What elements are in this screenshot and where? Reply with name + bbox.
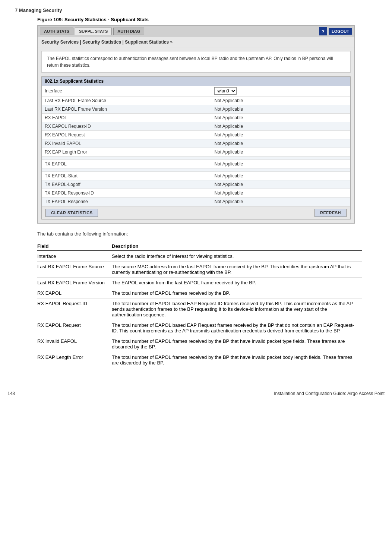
field-cell: RX EAP Length Error xyxy=(42,148,211,157)
field-cell: TX EAPOL Response-ID xyxy=(42,189,211,198)
field-cell: TX EAPOL Response xyxy=(42,198,211,206)
desc-row: Last RX EAPOL Frame SourceThe source MAC… xyxy=(37,262,362,278)
desc-row: InterfaceSelect the radio interface of i… xyxy=(37,251,362,262)
table-row: RX EAPOL Request-IDNot Applicable xyxy=(42,122,350,131)
interface-label: Interface xyxy=(42,86,211,97)
desc-field: RX EAPOL xyxy=(37,288,112,298)
spacer-row xyxy=(42,168,350,172)
table-row: RX Invalid EAPOLNot Applicable xyxy=(42,139,350,148)
field-cell: RX Invalid EAPOL xyxy=(42,139,211,148)
desc-field: RX EAPOL Request-ID xyxy=(37,298,112,320)
stats-section: 802.1x Supplicant Statistics Interface w… xyxy=(41,76,351,219)
value-cell: Not Applicable xyxy=(211,131,350,139)
field-cell: TX EAPOL-Logoff xyxy=(42,180,211,189)
figure-title: Figure 109: Security Statistics - Suppli… xyxy=(37,17,377,22)
refresh-button[interactable]: REFRESH xyxy=(314,209,347,217)
stats-data-table: Last RX EAPOL Frame SourceNot Applicable… xyxy=(42,97,350,206)
clear-statistics-button[interactable]: CLEAR STATISTICS xyxy=(45,209,98,217)
table-row: Last RX EAPOL Frame SourceNot Applicable xyxy=(42,97,350,105)
tab-suppl-stats[interactable]: SUPPL. STATS xyxy=(75,28,112,35)
interface-select[interactable]: wlan0 xyxy=(214,87,237,95)
table-row: TX EAPOL-StartNot Applicable xyxy=(42,172,350,180)
field-cell: Last RX EAPOL Frame Source xyxy=(42,97,211,105)
desc-field: Interface xyxy=(37,251,112,262)
table-row: RX EAP Length ErrorNot Applicable xyxy=(42,148,350,157)
description-table: Field Description InterfaceSelect the ra… xyxy=(37,242,362,368)
desc-text: The EAPOL version from the last EAPOL fr… xyxy=(112,278,362,288)
stats-table: Interface wlan0 xyxy=(42,86,350,97)
chapter-header: 7 Managing Security xyxy=(15,7,377,13)
body-text: The tab contains the following informati… xyxy=(37,231,355,237)
table-row: TX EAPOLNot Applicable xyxy=(42,160,350,168)
desc-field: RX Invalid EAPOL xyxy=(37,336,112,352)
logout-button[interactable]: LOGOUT xyxy=(329,28,352,35)
field-cell: RX EAPOL xyxy=(42,114,211,122)
page-number: 148 xyxy=(7,391,15,396)
value-cell: Not Applicable xyxy=(211,148,350,157)
value-cell: Not Applicable xyxy=(211,105,350,114)
field-cell: TX EAPOL-Start xyxy=(42,172,211,180)
value-cell: Not Applicable xyxy=(211,172,350,180)
table-row: TX EAPOL ResponseNot Applicable xyxy=(42,198,350,206)
table-row: RX EAPOLNot Applicable xyxy=(42,114,350,122)
desc-text: The source MAC address from the last EAP… xyxy=(112,262,362,278)
interface-row: Interface wlan0 xyxy=(42,86,350,97)
help-button[interactable]: ? xyxy=(319,27,327,35)
desc-text: Select the radio interface of interest f… xyxy=(112,251,362,262)
desc-text: The total number of EAPOL based EAP Requ… xyxy=(112,320,362,336)
info-box: The EAPOL statistics correspond to authe… xyxy=(41,51,351,73)
value-cell: Not Applicable xyxy=(211,189,350,198)
field-cell: TX EAPOL xyxy=(42,160,211,168)
desc-row: RX EAPOLThe total number of EAPOL frames… xyxy=(37,288,362,298)
stats-section-title: 802.1x Supplicant Statistics xyxy=(42,77,350,86)
desc-field: Last RX EAPOL Frame Version xyxy=(37,278,112,288)
spacer-row xyxy=(42,157,350,160)
desc-text: The total number of EAPOL frames receive… xyxy=(112,288,362,298)
field-cell: RX EAPOL Request-ID xyxy=(42,122,211,131)
desc-field: RX EAP Length Error xyxy=(37,352,112,368)
value-cell: Not Applicable xyxy=(211,114,350,122)
table-row: TX EAPOL Response-IDNot Applicable xyxy=(42,189,350,198)
desc-text: The total number of EAPOL based EAP Requ… xyxy=(112,298,362,320)
field-cell: RX EAPOL Request xyxy=(42,131,211,139)
value-cell: Not Applicable xyxy=(211,97,350,105)
button-row: CLEAR STATISTICS REFRESH xyxy=(42,206,350,219)
desc-field: Last RX EAPOL Frame Source xyxy=(37,262,112,278)
desc-row: RX EAPOL RequestThe total number of EAPO… xyxy=(37,320,362,336)
device-ui: AUTH STATS SUPPL. STATS AUTH DIAG ? LOGO… xyxy=(37,25,355,224)
tab-auth-diag[interactable]: AUTH DIAG xyxy=(113,28,144,35)
table-row: RX EAPOL RequestNot Applicable xyxy=(42,131,350,139)
desc-text: The total number of EAPOL frames receive… xyxy=(112,336,362,352)
value-cell: Not Applicable xyxy=(211,160,350,168)
value-cell: Not Applicable xyxy=(211,122,350,131)
value-cell: Not Applicable xyxy=(211,198,350,206)
desc-text: The total number of EAPOL frames receive… xyxy=(112,352,362,368)
value-cell: Not Applicable xyxy=(211,139,350,148)
desc-field: RX EAPOL Request xyxy=(37,320,112,336)
table-row: TX EAPOL-LogoffNot Applicable xyxy=(42,180,350,189)
desc-row: RX EAPOL Request-IDThe total number of E… xyxy=(37,298,362,320)
page-footer: 148 Installation and Configuration Guide… xyxy=(0,387,392,400)
desc-row: RX Invalid EAPOLThe total number of EAPO… xyxy=(37,336,362,352)
desc-row: Last RX EAPOL Frame VersionThe EAPOL ver… xyxy=(37,278,362,288)
field-col-header: Field xyxy=(37,242,112,251)
desc-row: RX EAP Length ErrorThe total number of E… xyxy=(37,352,362,368)
value-cell: Not Applicable xyxy=(211,180,350,189)
desc-col-header: Description xyxy=(112,242,362,251)
footer-right: Installation and Configuration Guide: Ai… xyxy=(274,391,385,396)
breadcrumb: Security Services | Security Statistics … xyxy=(38,37,354,47)
table-row: Last RX EAPOL Frame VersionNot Applicabl… xyxy=(42,105,350,114)
field-cell: Last RX EAPOL Frame Version xyxy=(42,105,211,114)
tab-auth-stats[interactable]: AUTH STATS xyxy=(40,28,73,35)
top-nav: AUTH STATS SUPPL. STATS AUTH DIAG ? LOGO… xyxy=(38,26,354,37)
